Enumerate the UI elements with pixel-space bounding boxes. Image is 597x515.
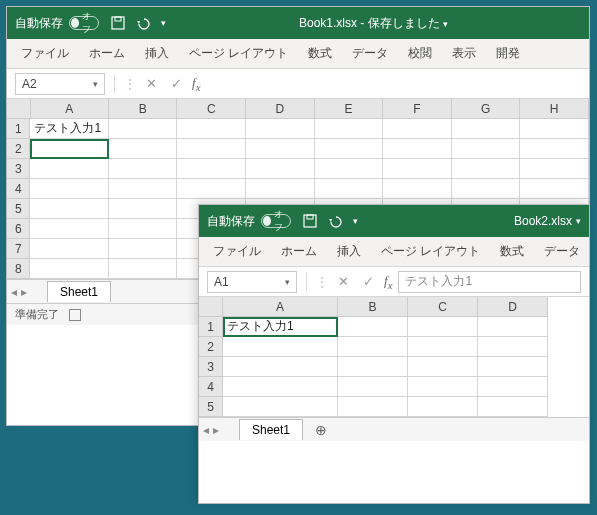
col-header[interactable]: C	[408, 297, 478, 317]
cell[interactable]	[30, 219, 108, 239]
tab-review[interactable]: 校	[590, 237, 597, 266]
cell[interactable]	[30, 179, 108, 199]
row-header[interactable]: 8	[7, 259, 30, 279]
cell[interactable]	[408, 357, 478, 377]
cell[interactable]	[109, 139, 178, 159]
tab-data[interactable]: データ	[534, 237, 590, 266]
qat-dropdown-icon[interactable]: ▾	[353, 216, 358, 226]
cell[interactable]	[109, 159, 178, 179]
fx-icon[interactable]: fx	[384, 273, 392, 291]
cell[interactable]	[383, 179, 452, 199]
cell[interactable]	[315, 179, 384, 199]
cell[interactable]	[315, 139, 384, 159]
sheet-tab[interactable]: Sheet1	[47, 281, 111, 302]
fx-icon[interactable]: fx	[192, 75, 200, 93]
col-header[interactable]: F	[383, 99, 452, 119]
sheet-nav-next-icon[interactable]: ▸	[21, 285, 27, 299]
cell[interactable]	[408, 377, 478, 397]
tab-developer[interactable]: 開発	[486, 39, 530, 68]
cell[interactable]	[246, 159, 315, 179]
cell[interactable]	[338, 317, 408, 337]
cell[interactable]	[223, 337, 338, 357]
tab-formulas[interactable]: 数式	[298, 39, 342, 68]
cell[interactable]	[30, 159, 108, 179]
cell[interactable]	[452, 179, 521, 199]
cell[interactable]	[315, 119, 384, 139]
cell[interactable]	[383, 159, 452, 179]
cell[interactable]	[177, 179, 246, 199]
undo-icon[interactable]	[135, 16, 151, 30]
cell[interactable]	[177, 119, 246, 139]
cell[interactable]	[478, 377, 548, 397]
cell[interactable]	[109, 179, 178, 199]
col-header[interactable]: E	[315, 99, 384, 119]
tab-formulas[interactable]: 数式	[490, 237, 534, 266]
cell[interactable]	[478, 337, 548, 357]
chevron-down-icon[interactable]: ▾	[285, 277, 290, 287]
cell[interactable]	[30, 239, 108, 259]
col-header[interactable]: D	[478, 297, 548, 317]
save-icon[interactable]	[303, 214, 317, 228]
tab-file[interactable]: ファイル	[203, 237, 271, 266]
cell[interactable]	[408, 337, 478, 357]
autosave-toggle[interactable]: オフ	[261, 214, 291, 228]
tab-page-layout[interactable]: ページ レイアウト	[179, 39, 298, 68]
cell[interactable]	[338, 337, 408, 357]
cell[interactable]	[383, 139, 452, 159]
cell[interactable]	[338, 377, 408, 397]
col-header[interactable]: H	[520, 99, 589, 119]
cell[interactable]	[338, 357, 408, 377]
cancel-icon[interactable]: ✕	[142, 76, 161, 91]
cell[interactable]	[30, 139, 108, 159]
col-header[interactable]: B	[109, 99, 178, 119]
tab-data[interactable]: データ	[342, 39, 398, 68]
row-header[interactable]: 2	[199, 337, 223, 357]
row-header[interactable]: 3	[199, 357, 223, 377]
add-sheet-icon[interactable]: ⊕	[309, 422, 333, 438]
cell[interactable]	[478, 397, 548, 417]
col-header[interactable]: C	[177, 99, 246, 119]
macro-record-icon[interactable]	[69, 309, 81, 321]
row-header[interactable]: 1	[7, 119, 30, 139]
autosave-toggle[interactable]: オフ	[69, 16, 99, 30]
cell[interactable]	[246, 119, 315, 139]
col-header[interactable]: B	[338, 297, 408, 317]
cell[interactable]	[478, 317, 548, 337]
cell[interactable]	[452, 119, 521, 139]
name-box[interactable]: A1▾	[207, 271, 297, 293]
cell[interactable]	[246, 179, 315, 199]
sheet-nav-prev-icon[interactable]: ◂	[11, 285, 17, 299]
cell[interactable]	[520, 119, 589, 139]
select-all-corner[interactable]	[199, 297, 223, 317]
cell[interactable]	[478, 357, 548, 377]
cell[interactable]	[246, 139, 315, 159]
undo-icon[interactable]	[327, 214, 343, 228]
save-icon[interactable]	[111, 16, 125, 30]
cell[interactable]	[338, 397, 408, 417]
cell[interactable]	[109, 259, 178, 279]
cancel-icon[interactable]: ✕	[334, 274, 353, 289]
row-header[interactable]: 1	[199, 317, 223, 337]
tab-view[interactable]: 表示	[442, 39, 486, 68]
cell[interactable]	[520, 179, 589, 199]
col-header[interactable]: A	[31, 99, 109, 119]
cell[interactable]	[109, 219, 178, 239]
cell[interactable]: テスト入力1	[30, 119, 108, 139]
tab-insert[interactable]: 挿入	[135, 39, 179, 68]
cell[interactable]	[383, 119, 452, 139]
cell[interactable]	[223, 377, 338, 397]
sheet-nav-prev-icon[interactable]: ◂	[203, 423, 209, 437]
sheet-nav-next-icon[interactable]: ▸	[213, 423, 219, 437]
formula-input[interactable]	[206, 73, 581, 95]
col-header[interactable]: A	[223, 297, 338, 317]
row-header[interactable]: 2	[7, 139, 30, 159]
select-all-corner[interactable]	[7, 99, 31, 119]
cell[interactable]: テスト入力1	[223, 317, 338, 337]
row-header[interactable]: 6	[7, 219, 30, 239]
row-header[interactable]: 5	[7, 199, 30, 219]
row-header[interactable]: 4	[199, 377, 223, 397]
cell[interactable]	[408, 317, 478, 337]
cell[interactable]	[520, 139, 589, 159]
sheet-tab[interactable]: Sheet1	[239, 419, 303, 440]
cell[interactable]	[520, 159, 589, 179]
